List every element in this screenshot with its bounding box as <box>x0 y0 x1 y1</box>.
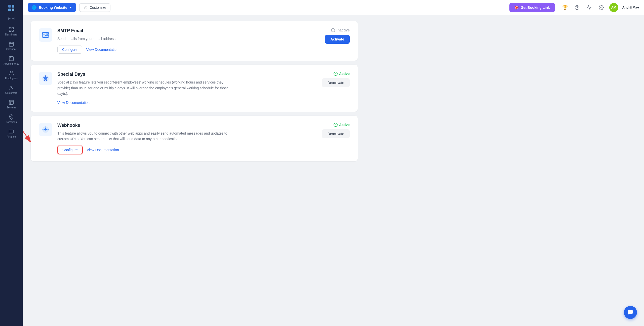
sidebar-item-employees[interactable]: Employees <box>0 68 23 83</box>
svg-rect-0 <box>9 27 11 29</box>
booking-website-button[interactable]: 🌐 Booking Website ▼ <box>28 3 76 12</box>
sidebar-item-locations[interactable]: Locations <box>0 112 23 126</box>
webhooks-desc: This feature allows you to connect with … <box>57 131 233 142</box>
customize-label: Customize <box>90 6 106 10</box>
webhooks-icon-wrap <box>39 123 52 136</box>
sidebar-item-finance[interactable]: Finance <box>0 126 23 141</box>
sidebar-item-calendar[interactable]: Calendar <box>0 39 23 53</box>
globe-icon: 🌐 <box>32 5 37 10</box>
get-booking-link-button[interactable]: 🎯 Get Booking Link <box>509 3 555 12</box>
sidebar-item-calendar-label: Calendar <box>6 48 17 51</box>
smtp-view-docs-link[interactable]: View Documentation <box>86 48 118 52</box>
svg-point-14 <box>11 86 12 88</box>
smtp-icon-wrap <box>39 28 52 42</box>
sidebar-nav-arrows[interactable]: ▶ ◀ <box>8 17 14 20</box>
svg-rect-17 <box>9 130 14 133</box>
webhooks-card: Webhooks This feature allows you to conn… <box>31 116 358 161</box>
special-days-title: Special Days <box>57 72 312 77</box>
special-days-status-badge: Active <box>334 72 350 76</box>
webhooks-title: Webhooks <box>57 123 312 128</box>
svg-rect-4 <box>9 42 14 47</box>
svg-line-27 <box>23 86 31 142</box>
customize-button[interactable]: Customize <box>79 3 110 12</box>
sidebar-item-dashboard[interactable]: Dashboard <box>0 24 23 39</box>
header: 🌐 Booking Website ▼ Customize 🎯 Get Book… <box>23 0 644 15</box>
smtp-icon <box>42 31 49 39</box>
nav-arrow-right[interactable]: ▶ <box>8 17 11 20</box>
chevron-down-icon: ▼ <box>69 6 72 9</box>
sidebar-item-customers-label: Customers <box>5 92 17 95</box>
sidebar-item-customers[interactable]: Customers <box>0 83 23 97</box>
sidebar-item-appointments-label: Appointments <box>4 62 19 65</box>
smtp-desc: Send emails from your email address. <box>57 36 233 42</box>
svg-point-21 <box>600 7 602 8</box>
smtp-status-badge: Inactive <box>331 28 350 32</box>
main-area: 🌐 Booking Website ▼ Customize 🎯 Get Book… <box>23 0 644 326</box>
special-days-card: Special Days Special Days feature lets y… <box>31 65 358 111</box>
special-days-view-docs-link[interactable]: View Documentation <box>57 101 90 105</box>
svg-rect-2 <box>9 30 11 31</box>
webhooks-status-label: Active <box>339 123 350 127</box>
customize-icon <box>84 6 88 10</box>
webhooks-actions: Configure View Documentation <box>57 146 312 154</box>
svg-point-13 <box>10 71 12 73</box>
smtp-activate-button[interactable]: Activate <box>325 35 350 44</box>
settings-icon[interactable] <box>597 4 605 12</box>
webhooks-status-badge: Active <box>334 123 350 127</box>
sidebar-item-services[interactable]: Services <box>0 97 23 112</box>
webhooks-active-dot <box>334 123 338 127</box>
rocket-icon: 🎯 <box>514 6 519 10</box>
special-days-status-label: Active <box>339 72 350 76</box>
smtp-body: SMTP Email Send emails from your email a… <box>57 28 312 54</box>
sidebar-item-dashboard-label: Dashboard <box>5 33 18 36</box>
svg-rect-3 <box>12 30 13 31</box>
header-icons: 🏆 AM Andrii Mav <box>561 3 639 12</box>
webhooks-icon <box>42 126 49 133</box>
smtp-configure-button[interactable]: Configure <box>57 46 82 54</box>
webhooks-deactivate-button[interactable]: Deactivate <box>322 129 350 138</box>
smtp-title: SMTP Email <box>57 28 312 33</box>
svg-point-31 <box>47 129 48 130</box>
svg-point-16 <box>11 116 12 117</box>
sidebar: ▶ ◀ Dashboard Calendar <box>0 0 23 326</box>
chat-icon <box>627 309 633 315</box>
webhooks-view-docs-link[interactable]: View Documentation <box>87 148 119 152</box>
special-days-desc: Special Days feature lets you set differ… <box>57 79 233 96</box>
get-booking-link-label: Get Booking Link <box>521 6 550 10</box>
content: SMTP Email Send emails from your email a… <box>23 15 644 326</box>
sidebar-item-finance-label: Finance <box>7 135 16 138</box>
smtp-inactive-dot <box>331 28 335 32</box>
svg-point-32 <box>45 127 46 128</box>
chat-bubble-button[interactable] <box>624 306 637 319</box>
sidebar-item-services-label: Services <box>7 106 16 109</box>
webhooks-configure-button[interactable]: Configure <box>57 146 83 154</box>
webhooks-body: Webhooks This feature allows you to conn… <box>57 123 312 154</box>
special-days-icon-wrap <box>39 72 52 85</box>
feature-cards-container: SMTP Email Send emails from your email a… <box>31 21 358 161</box>
avatar[interactable]: AM <box>609 3 618 12</box>
smtp-status-area: Inactive Activate <box>317 28 350 44</box>
svg-rect-8 <box>9 57 14 61</box>
sidebar-item-locations-label: Locations <box>6 121 17 124</box>
svg-rect-15 <box>9 100 14 105</box>
webhooks-status-area: Active Deactivate <box>317 123 350 138</box>
booking-website-label: Booking Website <box>39 6 67 10</box>
smtp-status-label: Inactive <box>337 28 350 32</box>
smtp-actions: Configure View Documentation <box>57 46 312 54</box>
trophy-icon[interactable]: 🏆 <box>561 4 569 12</box>
nav-arrow-left[interactable]: ◀ <box>12 17 14 20</box>
activity-icon[interactable] <box>585 4 593 12</box>
user-name[interactable]: Andrii Mav <box>622 6 639 9</box>
svg-rect-1 <box>12 27 13 29</box>
smtp-email-card: SMTP Email Send emails from your email a… <box>31 21 358 61</box>
help-icon[interactable] <box>573 4 581 12</box>
special-days-active-dot <box>334 72 338 76</box>
special-days-deactivate-button[interactable]: Deactivate <box>322 78 350 87</box>
sidebar-item-employees-label: Employees <box>5 77 17 80</box>
svg-point-30 <box>43 129 44 130</box>
special-days-actions: View Documentation <box>57 101 312 105</box>
special-days-icon <box>42 75 49 82</box>
special-days-body: Special Days Special Days feature lets y… <box>57 72 312 104</box>
special-days-status-area: Active Deactivate <box>317 72 350 87</box>
sidebar-item-appointments[interactable]: Appointments <box>0 53 23 68</box>
